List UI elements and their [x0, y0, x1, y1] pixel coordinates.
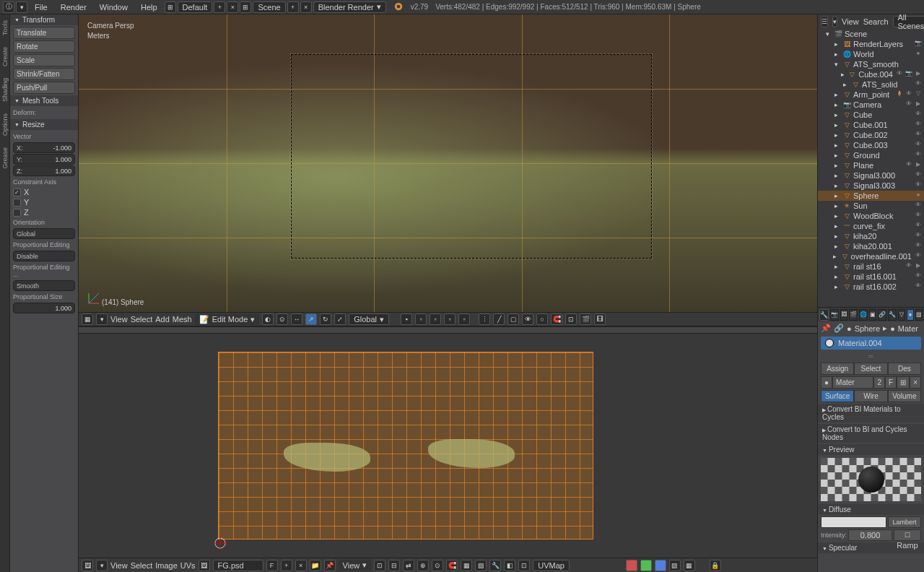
uv-draw-icon[interactable]: ▦	[461, 560, 472, 571]
uv-sticky-icon[interactable]: ⊟	[388, 560, 400, 571]
scene-add-icon[interactable]: +	[287, 1, 299, 13]
layout-dropdown[interactable]: Default	[178, 1, 213, 13]
image-unlink-icon[interactable]: ×	[295, 560, 307, 571]
sel-face-icon[interactable]: ▢	[507, 313, 519, 325]
disclosure-icon[interactable]: ▾	[832, 60, 840, 69]
assign-button[interactable]: Assign	[821, 363, 854, 375]
sel-vert-icon[interactable]: ⋮	[479, 313, 490, 325]
expand-icon[interactable]: ▾	[16, 1, 27, 13]
layer-btn[interactable]: ▫	[444, 313, 456, 325]
disclosure-icon[interactable]: ▸	[832, 121, 840, 129]
pin-icon[interactable]: 📌	[821, 324, 831, 333]
visibility-toggle-icon[interactable]: 👁	[914, 282, 923, 291]
disclosure-icon[interactable]: ▸	[832, 212, 840, 220]
axis-y-check[interactable]: Y	[13, 197, 75, 207]
outliner-row[interactable]: ▸📷Camera👁▶	[818, 100, 924, 110]
crumb-obj[interactable]: Sphere	[855, 324, 880, 333]
intensity-slider[interactable]: 0.800	[848, 529, 892, 541]
layer-btn[interactable]: ▫	[458, 313, 470, 325]
disclosure-icon[interactable]: ▸	[839, 70, 847, 79]
uv-pivot-icon[interactable]: ⊙	[432, 560, 443, 571]
uv-stretch-icon[interactable]: ▨	[475, 560, 487, 571]
visibility-toggle-icon[interactable]: 👁	[914, 222, 923, 230]
disclosure-icon[interactable]: ▸	[840, 80, 849, 89]
disclosure-icon[interactable]: ▾	[823, 30, 832, 38]
channel-g-icon[interactable]	[640, 560, 652, 571]
view3d-view[interactable]: View	[110, 315, 128, 324]
uv-select[interactable]: Select	[131, 561, 153, 570]
slot-grip-icon[interactable]: ═	[818, 351, 924, 361]
disclosure-icon[interactable]: ▸	[832, 131, 840, 139]
channel-b-icon[interactable]	[655, 560, 666, 571]
disclosure-icon[interactable]: ▸	[832, 232, 840, 240]
preview-header[interactable]: Preview	[818, 444, 924, 455]
layer-btn[interactable]: ▪	[401, 313, 412, 325]
material-slot[interactable]: Material.004	[821, 337, 921, 350]
menu-help[interactable]: Help	[135, 1, 163, 13]
outliner-row[interactable]: ▸▽Arm_point🧍👁▽	[818, 90, 924, 100]
outliner-row[interactable]: ▸☀Sun👁	[818, 201, 924, 211]
diffuse-header[interactable]: Diffuse	[818, 504, 924, 515]
outliner-row[interactable]: ▸🖼RenderLayers📷	[818, 39, 924, 49]
uv-normalize-icon[interactable]: ◧	[504, 560, 515, 571]
visibility-toggle-icon[interactable]: ●	[914, 191, 923, 200]
uv-cursor-icon[interactable]: ⊕	[417, 560, 429, 571]
image-fake-icon[interactable]: F	[266, 560, 278, 571]
convert-bi-nodes[interactable]: Convert to BI and Cycles Nodes	[818, 424, 924, 443]
tab-create[interactable]: Create	[0, 44, 9, 69]
manip-scale-icon[interactable]: ⤢	[334, 313, 346, 325]
outliner-row[interactable]: ▸▽overheadline.001👁	[818, 251, 924, 261]
outliner-row[interactable]: ▸▽Cube.001👁	[818, 120, 924, 130]
disclosure-icon[interactable]: ▸	[832, 191, 840, 200]
scene-del-icon[interactable]: ×	[300, 1, 312, 13]
uv-canvas[interactable]	[79, 334, 817, 558]
translate-button[interactable]: Translate	[13, 27, 75, 39]
image-browse-icon[interactable]: 🖼	[199, 560, 210, 571]
pin-icon[interactable]: 📌	[324, 560, 336, 571]
select-button[interactable]: Select	[854, 363, 887, 375]
axis-z-check[interactable]: Z	[13, 207, 75, 217]
visibility-toggle-icon[interactable]: 👁	[914, 151, 923, 160]
deselect-button[interactable]: Des	[888, 363, 921, 375]
propfall-dropdown[interactable]: Smooth	[13, 280, 75, 291]
lock-icon[interactable]: 🔒	[710, 560, 721, 571]
outliner-row[interactable]: ▸▽Signal3.003👁	[818, 181, 924, 191]
visibility-toggle-icon[interactable]: 📷	[914, 40, 923, 48]
visibility-toggle-icon[interactable]: ▶	[914, 262, 923, 271]
outliner-row[interactable]: ▸▽rail st16.001👁	[818, 272, 924, 282]
axis-x-check[interactable]: ✓X	[13, 187, 75, 197]
outliner-tree[interactable]: ▾🎬Scene▸🖼RenderLayers📷▸🌐World●▾▽ATS_smoo…	[818, 29, 924, 307]
outliner-row[interactable]: ▸▽Signal3.000👁	[818, 170, 924, 181]
visibility-toggle-icon[interactable]: 👁	[905, 262, 913, 271]
tab-volume[interactable]: Volume	[888, 390, 921, 402]
outliner-row[interactable]: ▸▽WoodBlock👁	[818, 211, 924, 221]
editor-type-uv-icon[interactable]: 🖼	[82, 560, 93, 571]
disclosure-icon[interactable]: ▸	[832, 161, 840, 170]
disclosure-icon[interactable]: ▸	[832, 242, 840, 251]
snap-type-icon[interactable]: ⊡	[565, 313, 577, 325]
outliner-display-dropdown[interactable]: All Scenes	[893, 16, 924, 27]
disclosure-icon[interactable]: ▸	[832, 171, 840, 180]
disclosure-icon[interactable]: ▸	[832, 90, 840, 99]
disclosure-icon[interactable]: ▸	[832, 181, 840, 190]
uv-view[interactable]: View	[110, 561, 128, 570]
view3d-mesh[interactable]: Mesh	[173, 315, 192, 324]
outliner-row[interactable]: ▾🎬Scene	[818, 29, 924, 39]
image-open-icon[interactable]: 📁	[310, 560, 321, 571]
outliner-view[interactable]: View	[842, 17, 859, 26]
collapse-icon[interactable]: ▾	[832, 16, 837, 27]
visibility-toggle-icon[interactable]: ▶	[914, 70, 923, 79]
orientation-dropdown[interactable]: Global	[13, 228, 75, 239]
visibility-toggle-icon[interactable]: ●	[914, 50, 923, 58]
layout-del-icon[interactable]: ×	[227, 1, 238, 13]
ctx-material-icon[interactable]: ●	[907, 309, 914, 321]
disclosure-icon[interactable]: ▸	[832, 141, 840, 150]
visibility-toggle-icon[interactable]: 👁	[914, 80, 923, 89]
visibility-toggle-icon[interactable]: 👁	[914, 121, 923, 129]
diffuse-color-swatch[interactable]	[821, 516, 886, 528]
menu-render[interactable]: Render	[55, 1, 92, 13]
visibility-toggle-icon[interactable]: 👁	[905, 90, 913, 99]
visibility-toggle-icon[interactable]: 👁	[895, 70, 904, 79]
uv-selmode-icon[interactable]: ⊡	[374, 560, 385, 571]
mat-name-field[interactable]: Mater	[832, 376, 873, 389]
